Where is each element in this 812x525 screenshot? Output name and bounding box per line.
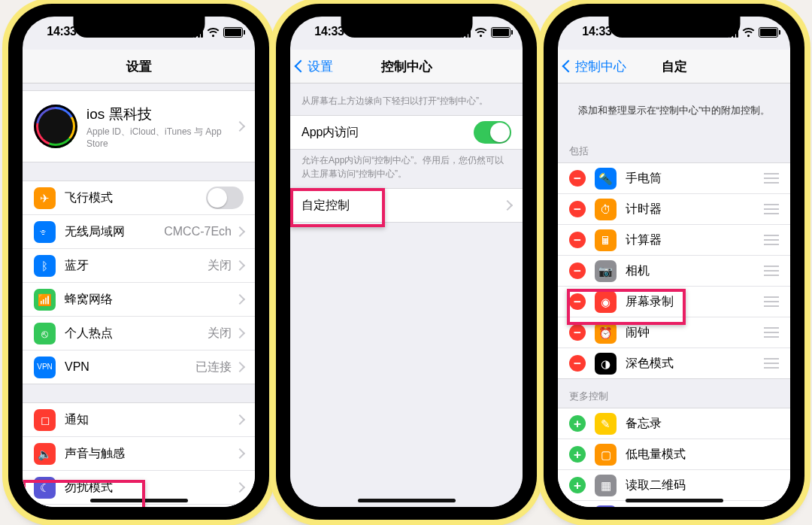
customize-group: 自定控制 [290,188,523,223]
profile-sub: Apple ID、iCloud、iTunes 与 App Store [86,126,236,149]
chevron-right-icon [235,328,245,338]
content-scroll[interactable]: 从屏幕右上方边缘向下轻扫以打开“控制中心”。 App内访问 允许在App内访问“… [290,83,523,507]
drag-handle[interactable] [764,235,779,245]
row-flashlight[interactable]: −🔦手电筒 [558,163,790,193]
drag-handle[interactable] [764,266,779,276]
toggle-airplane-mode[interactable] [206,187,244,209]
row-qr-scan[interactable]: +▦读取二维码 [558,469,790,500]
value-vpn: 已连接 [195,360,232,375]
settings-group-1: ✈飞行模式ᯤ无线局域网CMCC-7Echᛒ蓝牙关闭📶蜂窝网络⎋个人热点关闭VPN… [23,181,255,384]
row-notes[interactable]: +✎备忘录 [558,408,790,439]
row-notifications[interactable]: ◻︎通知 [23,403,255,436]
apple-id-row[interactable]: ios 黑科技 Apple ID、iCloud、iTunes 与 App Sto… [23,90,255,162]
label-dark-mode: 深色模式 [626,356,764,372]
remove-calculator-button[interactable]: − [569,232,586,248]
remove-screen-record-button[interactable]: − [569,293,586,310]
content-scroll[interactable]: ios 黑科技 Apple ID、iCloud、iTunes 与 App Sto… [23,83,255,507]
label-dnd: 勿扰模式 [65,480,236,496]
navbar: 设置 控制中心 [290,50,523,83]
customize-controls-row[interactable]: 自定控制 [290,189,523,222]
row-screen-time[interactable]: ⌛屏幕使用时间 [23,504,255,507]
home-indicator[interactable] [358,499,456,502]
drag-handle[interactable] [764,173,779,184]
drag-handle[interactable] [764,204,779,214]
navbar: 控制中心 自定 [558,50,790,83]
row-hotspot[interactable]: ⎋个人热点关闭 [23,316,255,350]
label-timer: 计时器 [626,202,764,217]
label-camera: 相机 [626,263,764,279]
home-indicator[interactable] [90,499,188,502]
content-scroll[interactable]: 添加和整理显示在“控制中心”中的附加控制。 包括 −🔦手电筒−⏱计时器−🖩计算器… [558,83,790,507]
wifi-icon: ᯤ [34,221,56,243]
label-sounds: 声音与触感 [65,446,236,462]
value-bluetooth: 关闭 [208,258,232,274]
row-vpn[interactable]: VPNVPN已连接 [23,350,255,384]
add-low-power-button[interactable]: + [569,446,586,463]
drag-handle[interactable] [764,296,779,307]
darkmode-icon: ◑ [595,353,617,375]
in-app-note: 允许在App内访问“控制中心”。停用后，您仍然可以从主屏幕访问“控制中心”。 [290,150,523,188]
label-low-power: 低电量模式 [626,447,779,463]
add-qr-scan-button[interactable]: + [569,477,586,493]
chevron-right-icon [235,294,245,305]
feedback-icon: ! [595,505,617,508]
row-bluetooth[interactable]: ᛒ蓝牙关闭 [23,248,255,282]
battery-icon: ▢ [595,444,617,466]
row-camera[interactable]: −📷相机 [558,255,790,286]
remove-alarm-button[interactable]: − [569,324,586,341]
phone-1: 14:33 设置 ios 黑科技 Apple [11,6,267,517]
chevron-right-icon [235,226,245,237]
profile-name: ios 黑科技 [86,105,236,124]
timer-icon: ⏱ [595,199,617,220]
row-alarm[interactable]: −⏰闹钟 [558,317,790,347]
row-low-power[interactable]: +▢低电量模式 [558,439,790,469]
battery-icon [223,27,243,38]
drag-handle[interactable] [764,327,779,338]
back-button[interactable]: 设置 [296,50,333,83]
wifi-icon [742,28,755,38]
value-wifi: CMCC-7Ech [164,225,232,238]
bell-icon: ◻︎ [34,409,56,431]
add-notes-button[interactable]: + [569,415,586,432]
label-wifi: 无线局域网 [65,224,164,240]
home-indicator[interactable] [626,499,723,502]
row-calculator[interactable]: −🖩计算器 [558,224,790,255]
row-wifi[interactable]: ᯤ无线局域网CMCC-7Ech [23,214,255,248]
remove-camera-button[interactable]: − [569,262,586,279]
battery-icon [491,27,511,38]
remove-timer-button[interactable]: − [569,201,586,217]
back-label: 控制中心 [575,58,626,75]
avatar [34,105,77,148]
drag-handle[interactable] [764,358,779,369]
phone-3-screen: 14:33 控制中心 自定 添加和整理显示在“控制中心”中的附加控制。 [558,17,790,507]
chevron-right-icon [235,362,245,372]
remove-dark-mode-button[interactable]: − [569,355,586,372]
in-app-access-toggle[interactable] [474,121,511,144]
chevron-left-icon [562,60,575,73]
phone-3: 14:33 控制中心 自定 添加和整理显示在“控制中心”中的附加控制。 [546,6,802,517]
remove-flashlight-button[interactable]: − [569,170,586,187]
page-title: 控制中心 [381,58,432,75]
label-bluetooth: 蓝牙 [65,258,208,274]
row-screen-record[interactable]: −◉屏幕录制 [558,286,790,317]
row-cellular[interactable]: 📶蜂窝网络 [23,282,255,316]
row-timer[interactable]: −⏱计时器 [558,193,790,224]
airplane-icon: ✈ [34,187,56,209]
phone-1-screen: 14:33 设置 ios 黑科技 Apple [23,17,255,507]
row-airplane-mode[interactable]: ✈飞行模式 [23,181,255,214]
vpn-icon: VPN [34,357,56,378]
back-label: 设置 [308,58,333,75]
phone-2: 14:33 设置 控制中心 从屏幕右上方边缘向下轻扫以打开“控制中心”。 [278,6,535,517]
wifi-icon [207,28,220,38]
notes-icon: ✎ [595,413,617,435]
label-cellular: 蜂窝网络 [65,292,236,308]
more-list: +✎备忘录+▢低电量模式+▦读取二维码+!反馈助理+🔍放大器+◉辅助功能快捷键+… [558,408,790,507]
more-header: 更多控制 [558,379,790,408]
back-button[interactable]: 控制中心 [564,50,626,83]
in-app-access-group: App内访问 [290,115,523,150]
row-sounds[interactable]: 🔈声音与触感 [23,436,255,470]
phone-2-screen: 14:33 设置 控制中心 从屏幕右上方边缘向下轻扫以打开“控制中心”。 [290,17,523,507]
in-app-access-row[interactable]: App内访问 [290,116,523,149]
wifi-icon [474,28,487,38]
row-dark-mode[interactable]: −◑深色模式 [558,347,790,378]
